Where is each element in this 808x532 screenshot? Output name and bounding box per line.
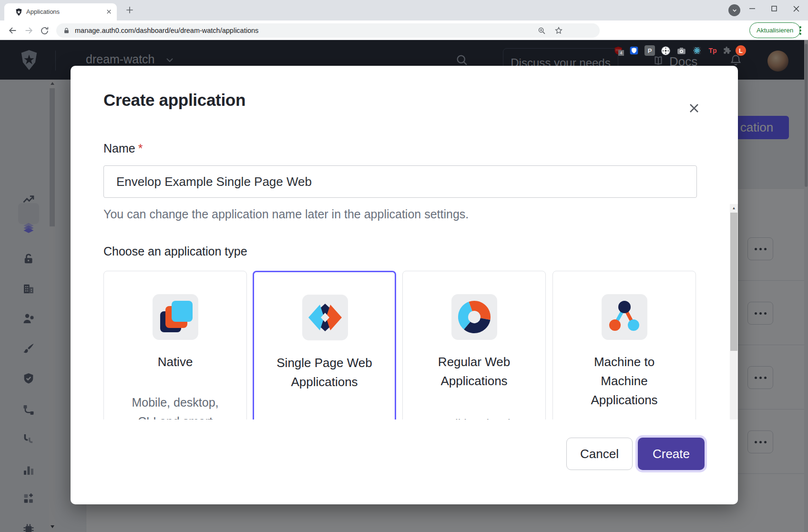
reload-button[interactable]: [38, 24, 51, 37]
name-helper-text: You can change the application name late…: [103, 207, 469, 221]
ublock-badge: 4: [618, 50, 624, 56]
native-stack-icon: [153, 294, 198, 340]
browser-tab[interactable]: Applications: [4, 3, 117, 20]
choose-type-label: Choose an application type: [103, 245, 247, 258]
tp-extension-icon[interactable]: Tp: [707, 45, 718, 56]
window-close-button[interactable]: [785, 0, 807, 17]
modal-body: Name* You can change the application nam…: [71, 135, 738, 419]
scroll-up-icon[interactable]: ▲: [730, 204, 738, 212]
regular-web-donut-icon: [451, 294, 497, 340]
app-type-card-regular-web[interactable]: Regular WebApplications Traditional web: [402, 271, 546, 419]
window-maximize-button[interactable]: [763, 0, 785, 17]
card-title: Regular WebApplications: [403, 352, 545, 390]
extension-move-icon[interactable]: [660, 45, 671, 56]
ublock-extension-icon[interactable]: 4: [613, 45, 624, 56]
browser-menu-icon[interactable]: [797, 24, 804, 37]
modal-scrollbar[interactable]: ▲ ▼: [730, 204, 738, 419]
modal-close-button[interactable]: [685, 100, 703, 117]
new-tab-icon[interactable]: [125, 5, 134, 15]
modal-scroll-thumb[interactable]: [730, 213, 737, 351]
secure-lock-icon: [63, 27, 70, 34]
name-label: Name*: [103, 142, 143, 155]
tab-close-icon[interactable]: [105, 8, 113, 15]
auth0-favicon: [15, 8, 23, 16]
tab-title: Applications: [26, 8, 102, 15]
required-marker: *: [138, 142, 143, 155]
react-devtools-icon[interactable]: [692, 45, 702, 56]
create-button[interactable]: Create: [638, 438, 705, 470]
back-button[interactable]: [7, 24, 19, 37]
application-name-input[interactable]: [103, 165, 697, 198]
browser-tab-strip: Applications: [0, 0, 808, 20]
app-type-card-native[interactable]: Native Mobile, desktop,CLI and smart: [103, 271, 247, 419]
m2m-network-icon: [602, 294, 647, 340]
app-type-card-spa[interactable]: Single Page WebApplications A JavaScript: [253, 271, 396, 419]
extensions-puzzle-icon[interactable]: [722, 45, 732, 56]
browser-toolbar: manage.auth0.com/dashboard/eu/dream-watc…: [0, 20, 808, 40]
bookmark-star-icon[interactable]: [554, 26, 563, 35]
window-minimize-button[interactable]: [741, 0, 763, 17]
browser-profile-avatar[interactable]: L: [736, 45, 746, 56]
address-bar[interactable]: manage.auth0.com/dashboard/eu/dream-watc…: [56, 23, 600, 38]
spa-diamonds-icon: [302, 295, 348, 340]
zoom-indicator-icon[interactable]: [538, 27, 546, 35]
modal-title: Create application: [103, 91, 245, 110]
card-title: Machine toMachineApplications: [553, 352, 695, 409]
cancel-button[interactable]: Cancel: [566, 438, 633, 470]
tab-search-icon[interactable]: [728, 4, 740, 16]
app-type-card-m2m[interactable]: Machine toMachineApplications: [552, 271, 696, 419]
create-application-modal: Create application Name* You can change …: [71, 66, 738, 504]
bitwarden-extension-icon[interactable]: [629, 45, 639, 56]
card-description: Traditional web: [403, 414, 545, 419]
url-text: manage.auth0.com/dashboard/eu/dream-watc…: [75, 27, 258, 34]
screenshot-camera-icon[interactable]: [676, 45, 686, 56]
card-title: Native: [104, 352, 246, 371]
browser-update-button[interactable]: Aktualisieren: [749, 22, 800, 38]
card-description: Mobile, desktop,CLI and smart: [104, 393, 246, 419]
extension-p-icon[interactable]: P: [644, 45, 655, 56]
screen: Applications manage.auth0.com/dashboard/…: [0, 0, 808, 532]
card-title: Single Page WebApplications: [254, 353, 395, 391]
card-description: A JavaScript: [254, 415, 395, 419]
forward-button[interactable]: [22, 24, 35, 37]
